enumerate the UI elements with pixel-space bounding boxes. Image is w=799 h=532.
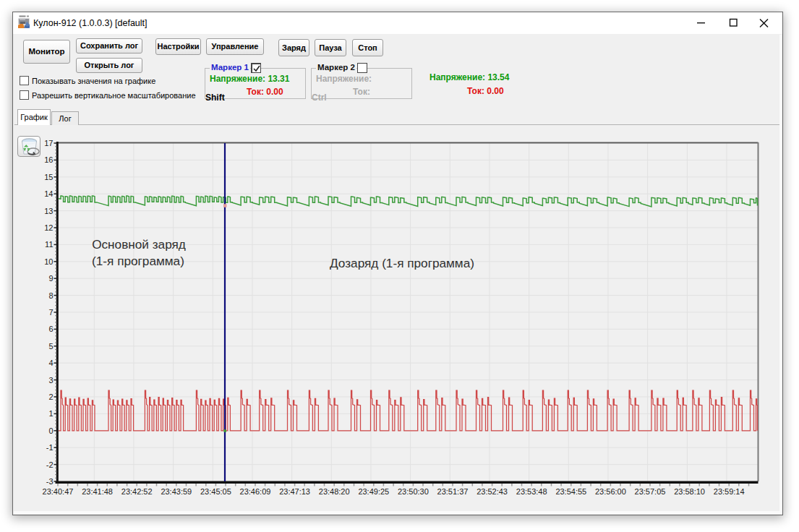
svg-text:23:43:59: 23:43:59 xyxy=(161,487,192,496)
svg-text:2: 2 xyxy=(48,392,53,401)
svg-text:16: 16 xyxy=(44,155,53,164)
svg-text:12: 12 xyxy=(44,223,53,232)
svg-text:23:41:48: 23:41:48 xyxy=(82,487,113,496)
svg-text:3: 3 xyxy=(48,376,53,385)
svg-text:(1-я программа): (1-я программа) xyxy=(92,254,184,268)
svg-text:5: 5 xyxy=(48,342,53,351)
svg-text:0: 0 xyxy=(48,426,53,435)
svg-text:23:45:05: 23:45:05 xyxy=(200,487,231,496)
svg-text:8: 8 xyxy=(48,291,53,300)
svg-text:15: 15 xyxy=(44,173,53,181)
svg-text:23:58:10: 23:58:10 xyxy=(674,487,705,496)
svg-text:23:57:05: 23:57:05 xyxy=(635,487,666,496)
svg-text:23:54:55: 23:54:55 xyxy=(555,487,586,496)
svg-text:23:52:43: 23:52:43 xyxy=(477,487,508,496)
svg-text:23:51:37: 23:51:37 xyxy=(437,487,469,496)
svg-text:13: 13 xyxy=(44,207,53,215)
svg-text:23:50:30: 23:50:30 xyxy=(398,487,429,496)
svg-text:23:53:48: 23:53:48 xyxy=(516,487,547,496)
svg-text:Основной заряд: Основной заряд xyxy=(92,237,186,252)
svg-text:-3: -3 xyxy=(46,477,54,486)
svg-text:Дозаряд (1-я программа): Дозаряд (1-я программа) xyxy=(330,256,474,270)
svg-text:17: 17 xyxy=(44,139,53,147)
svg-text:23:42:52: 23:42:52 xyxy=(121,487,153,496)
svg-text:4: 4 xyxy=(48,359,53,367)
svg-text:23:49:25: 23:49:25 xyxy=(358,487,389,496)
svg-text:1: 1 xyxy=(48,409,53,418)
svg-text:14: 14 xyxy=(44,189,53,198)
svg-text:11: 11 xyxy=(45,240,53,249)
svg-text:23:59:14: 23:59:14 xyxy=(714,487,745,496)
svg-text:23:48:20: 23:48:20 xyxy=(319,487,350,496)
svg-text:9: 9 xyxy=(48,274,53,283)
svg-text:23:40:47: 23:40:47 xyxy=(43,487,74,496)
svg-text:23:56:00: 23:56:00 xyxy=(595,487,626,496)
svg-text:6: 6 xyxy=(48,325,53,333)
svg-text:23:47:13: 23:47:13 xyxy=(279,487,310,496)
svg-text:23:46:09: 23:46:09 xyxy=(240,487,271,496)
svg-text:7: 7 xyxy=(48,308,53,317)
svg-text:-2: -2 xyxy=(46,460,54,469)
svg-text:-1: -1 xyxy=(46,443,54,452)
svg-text:10: 10 xyxy=(44,257,53,266)
